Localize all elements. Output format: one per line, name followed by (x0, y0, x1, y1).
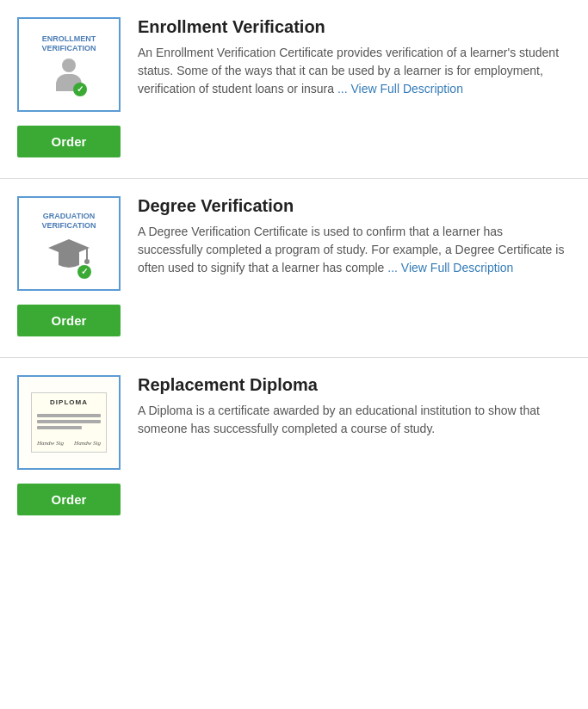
enrollment-image-label: ENROLLMENTVERIFICATION (42, 34, 96, 53)
person-icon: ✓ (53, 59, 85, 95)
order-button-diploma[interactable]: Order (17, 484, 121, 515)
product-replacement-diploma: DIPLOMA Handw Sig Handw Sig Replacement … (0, 358, 588, 536)
signature-1: Handw Sig (37, 440, 64, 447)
product-content: ENROLLMENTVERIFICATION ✓ Enrollment Veri… (17, 17, 571, 112)
graduation-image-label: GRADUATIONVERIFICATION (42, 212, 96, 231)
order-button-degree[interactable]: Order (17, 305, 121, 336)
diploma-illustration: DIPLOMA Handw Sig Handw Sig (19, 377, 119, 468)
product-content: DIPLOMA Handw Sig Handw Sig Replacement … (17, 375, 571, 470)
graduation-illustration: GRADUATIONVERIFICATION ✓ (19, 198, 119, 289)
product-description-diploma: A Diploma is a certificate awarded by an… (138, 402, 571, 438)
degree-checkmark-badge: ✓ (77, 265, 91, 279)
product-image-diploma: DIPLOMA Handw Sig Handw Sig (17, 375, 121, 470)
description-text: A Diploma is a certificate awarded by an… (138, 404, 540, 435)
checkmark-badge: ✓ (73, 83, 87, 96)
order-button-enrollment[interactable]: Order (17, 126, 121, 157)
product-image-enrollment: ENROLLMENTVERIFICATION ✓ (17, 17, 121, 112)
product-enrollment-verification: ENROLLMENTVERIFICATION ✓ Enrollment Veri… (0, 0, 588, 179)
product-description-enrollment: An Enrollment Verification Certificate p… (138, 44, 571, 98)
diploma-paper: DIPLOMA Handw Sig Handw Sig (31, 392, 107, 453)
view-full-description-link-degree[interactable]: ... View Full Description (387, 261, 513, 274)
diploma-lines (37, 414, 101, 432)
product-title-enrollment: Enrollment Verification (138, 17, 571, 37)
product-title-degree: Degree Verification (138, 196, 571, 216)
diploma-line-3 (37, 426, 82, 429)
svg-point-2 (84, 259, 90, 264)
mortarboard-container: ✓ (46, 236, 91, 275)
enrollment-illustration: ENROLLMENTVERIFICATION ✓ (19, 19, 119, 110)
product-info-enrollment: Enrollment Verification An Enrollment Ve… (138, 17, 571, 98)
product-info-degree: Degree Verification A Degree Verificatio… (138, 196, 571, 277)
product-info-diploma: Replacement Diploma A Diploma is a certi… (138, 375, 571, 438)
product-title-diploma: Replacement Diploma (138, 375, 571, 395)
product-content: GRADUATIONVERIFICATION ✓ (17, 196, 571, 291)
signature-2: Handw Sig (74, 440, 101, 447)
person-head (62, 59, 76, 72)
product-image-degree: GRADUATIONVERIFICATION ✓ (17, 196, 121, 291)
product-degree-verification: GRADUATIONVERIFICATION ✓ (0, 179, 588, 358)
diploma-line-1 (37, 414, 101, 417)
product-description-degree: A Degree Verification Certificate is use… (138, 223, 571, 277)
view-full-description-link-enrollment[interactable]: ... View Full Description (337, 82, 463, 96)
diploma-label: DIPLOMA (50, 398, 88, 406)
diploma-line-2 (37, 420, 101, 423)
diploma-signatures: Handw Sig Handw Sig (37, 440, 101, 447)
